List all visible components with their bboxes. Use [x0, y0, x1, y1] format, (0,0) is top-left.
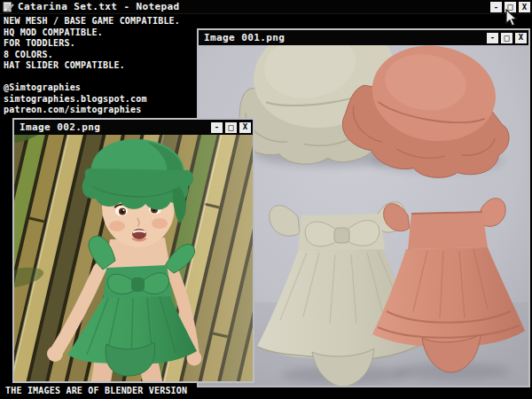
image-001-titlebar[interactable]: Image 001.png - □ X — [199, 30, 528, 45]
image-002-minimize-button[interactable]: - — [211, 122, 223, 133]
notepad-line: FOR TODDLERS. — [4, 38, 195, 50]
notepad-icon — [3, 1, 14, 12]
image-002-window-title: Image 002.png — [20, 121, 100, 133]
notepad-line: patreon.com/simtographies — [4, 105, 195, 116]
image-002-picture — [14, 135, 253, 381]
image-001-maximize-button[interactable]: □ — [501, 33, 512, 43]
mouse-cursor — [505, 9, 519, 27]
image-001-close-button[interactable]: X — [515, 33, 527, 43]
notepad-line: @Simtographies — [4, 82, 195, 94]
image-002-window: Image 002.png - □ X — [12, 118, 254, 383]
image-002-titlebar[interactable]: Image 002.png - □ X — [14, 120, 253, 135]
image-001-minimize-button[interactable]: - — [487, 33, 498, 43]
notepad-line: HQ MOD COMPATIBLE. — [4, 27, 195, 39]
notepad-minimize-button[interactable]: - — [490, 2, 502, 12]
image-001-window-title: Image 001.png — [204, 32, 285, 43]
notepad-line: simtographies.blogspot.com — [4, 94, 195, 106]
notepad-window-title: Catarina Set.txt - Notepad — [18, 1, 180, 12]
image-002-close-button[interactable]: X — [239, 122, 251, 133]
notepad-line: HAT SLIDER COMPATIBLE. — [4, 60, 195, 72]
notepad-footer-line: THE IMAGES ARE OF BLENDER VERSION — [5, 386, 187, 395]
notepad-line: 8 COLORS. — [4, 50, 195, 61]
notepad-close-button[interactable]: X — [519, 2, 530, 12]
image-002-maximize-button[interactable]: □ — [225, 122, 237, 133]
notepad-line: NEW MESH / BASE GAME COMPATIBLE. — [4, 16, 195, 27]
notepad-line — [4, 72, 195, 83]
notepad-titlebar[interactable]: Catarina Set.txt - Notepad — [0, 0, 532, 14]
notepad-text-area[interactable]: NEW MESH / BASE GAME COMPATIBLE. HQ MOD … — [4, 16, 195, 116]
desktop: Catarina Set.txt - Notepad - □ X NEW MES… — [0, 0, 532, 399]
